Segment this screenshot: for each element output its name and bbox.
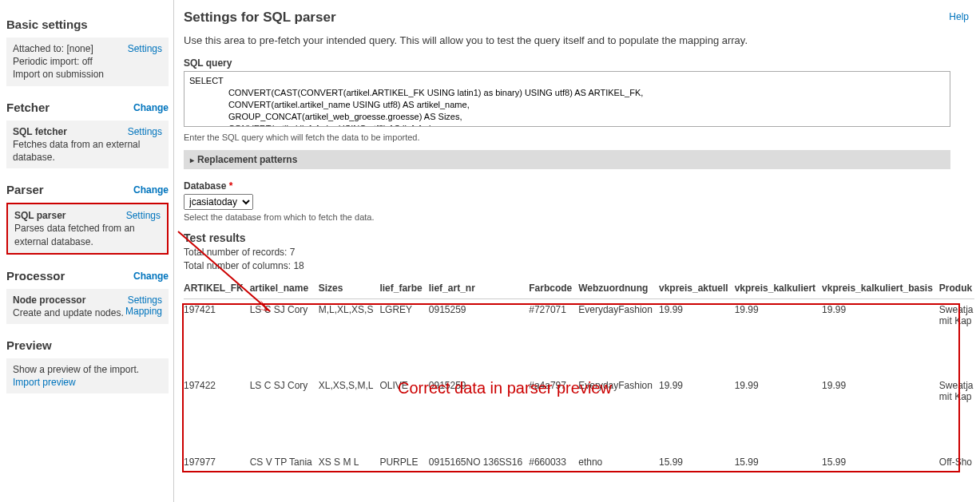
fetcher-change-link[interactable]: Change — [133, 102, 169, 113]
sql-query-label: SQL query — [184, 57, 977, 69]
sql-query-hint: Enter the SQL query which will fetch the… — [184, 132, 977, 142]
fetcher-card: Settings SQL fetcher Fetches data from a… — [6, 121, 169, 169]
page-title: Settings for SQL parser — [184, 10, 977, 26]
processor-change-link[interactable]: Change — [133, 271, 169, 282]
parser-card: Settings SQL parser Parses data fetched … — [6, 203, 169, 255]
records-count: Total number of records: 7 — [184, 246, 977, 259]
import-preview-link[interactable]: Import preview — [13, 377, 76, 388]
basic-settings-heading: Basic settings — [6, 18, 169, 31]
column-header: lief_art_nr — [429, 278, 529, 299]
columns-count: Total number of columns: 18 — [184, 259, 977, 273]
column-header: vkpreis_aktuell — [659, 278, 735, 299]
sql-query-textarea[interactable] — [184, 71, 950, 127]
test-results-heading: Test results — [184, 231, 977, 244]
sidebar: Basic settings Settings Attached to: [no… — [0, 0, 174, 502]
parser-change-link[interactable]: Change — [133, 184, 169, 196]
help-link[interactable]: Help — [949, 11, 969, 22]
processor-heading: Change Processor — [6, 269, 169, 283]
intro-text: Use this area to pre-fetch your intended… — [184, 34, 977, 48]
replacement-patterns-toggle[interactable]: ▸ Replacement patterns — [184, 150, 950, 169]
column-header: ARTIKEL_FK — [184, 278, 250, 299]
basic-settings-link[interactable]: Settings — [128, 42, 162, 55]
column-header: Farbcode — [529, 278, 578, 299]
table-row: 197977CS V TP TaniaXS S M LPURPLE0915165… — [184, 452, 974, 472]
column-header: vkpreis_kalkuliert_basis — [822, 278, 939, 299]
parser-heading: Change Parser — [6, 183, 169, 196]
column-header: Produk — [939, 278, 974, 299]
fetcher-settings-link[interactable]: Settings — [128, 125, 162, 138]
fetcher-heading: Change Fetcher — [6, 101, 169, 114]
table-row: 197421LS C SJ CoryM,L,XL,XS,SLGREY091525… — [184, 298, 974, 375]
database-label: Database — [184, 180, 977, 192]
processor-card: Settings Mapping Node processor Create a… — [6, 289, 169, 324]
parser-settings-link[interactable]: Settings — [126, 209, 161, 222]
preview-card: Show a preview of the import. Import pre… — [6, 358, 169, 393]
database-select[interactable]: jcasiatoday — [184, 194, 253, 210]
results-table: ARTIKEL_FKartikel_nameSizeslief_farbelie… — [184, 278, 974, 473]
table-row: 197422LS C SJ CoryXL,XS,S,M,LOLIVE091525… — [184, 375, 974, 452]
column-header: Webzuordnung — [578, 278, 659, 299]
column-header: lief_farbe — [379, 278, 428, 299]
processor-mapping-link[interactable]: Mapping — [125, 305, 162, 318]
basic-settings-card: Settings Attached to: [none] Periodic im… — [6, 38, 169, 86]
column-header: vkpreis_kalkuliert — [735, 278, 822, 299]
column-header: Sizes — [319, 278, 380, 299]
database-hint: Select the database from which to fetch … — [184, 212, 977, 222]
column-header: artikel_name — [250, 278, 319, 299]
main-content: Help Settings for SQL parser Use this ar… — [174, 0, 980, 502]
preview-heading: Preview — [6, 338, 169, 352]
chevron-right-icon: ▸ — [190, 156, 194, 164]
